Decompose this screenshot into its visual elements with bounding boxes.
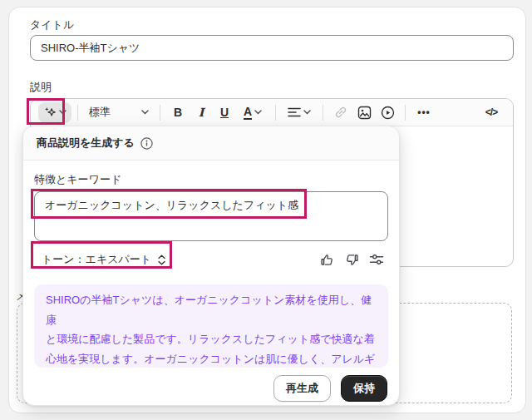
chevron-down-icon (59, 110, 66, 115)
toolbar-divider (160, 105, 160, 121)
chevron-down-icon (254, 110, 262, 115)
tune-sliders-icon (368, 251, 385, 268)
chevron-down-icon (303, 110, 311, 115)
generated-description-text: SHIROの半袖Tシャツは、オーガニックコットン素材を使用し、健康 と環境に配慮… (34, 284, 388, 368)
title-input[interactable] (30, 35, 514, 61)
insert-video-button[interactable] (376, 102, 399, 123)
paragraph-style-select[interactable]: 標準 (84, 102, 154, 123)
chevron-down-icon (141, 110, 149, 115)
keywords-value: オーガニックコットン、リラックスしたフィット感 (45, 199, 298, 211)
thumbs-up-icon (319, 252, 335, 268)
insert-image-button[interactable] (352, 102, 376, 123)
toolbar-divider (275, 105, 276, 121)
thumbs-down-icon (344, 252, 360, 268)
thumbs-up-button[interactable] (317, 250, 337, 269)
underline-button[interactable]: U (213, 102, 236, 123)
keywords-field-label: 特徴とキーワード (34, 172, 388, 187)
regenerate-button[interactable]: 再生成 (273, 375, 331, 402)
select-chevrons-icon (157, 254, 166, 265)
tone-row: トーン：エキスパート (34, 246, 388, 273)
paragraph-style-value: 標準 (89, 105, 111, 120)
tone-select[interactable]: トーン：エキスパート (34, 246, 174, 273)
text-align-icon (288, 107, 301, 117)
title-field-label: タイトル (30, 17, 74, 32)
bold-button[interactable]: B (166, 102, 190, 123)
toolbar-divider (405, 105, 406, 121)
popover-footer: 再生成 保持 (34, 375, 388, 402)
keep-button[interactable]: 保持 (341, 375, 387, 402)
product-edit-page: タイトル 説明 標準 (0, 0, 532, 420)
keywords-input[interactable]: オーガニックコットン、リラックスしたフィット感 (34, 191, 388, 241)
toolbar-divider (323, 105, 323, 121)
popover-header: 商品説明を生成する (23, 126, 399, 161)
settings-button[interactable] (367, 250, 387, 269)
play-circle-icon (381, 106, 395, 120)
description-field-label: 説明 (30, 80, 52, 95)
ai-generate-button[interactable] (38, 102, 71, 123)
popover-body: 特徴とキーワード オーガニックコットン、リラックスしたフィット感 トーン：エキス… (23, 161, 399, 402)
show-html-button[interactable]: </> (477, 102, 505, 123)
link-icon (333, 105, 348, 120)
alignment-button[interactable] (282, 102, 317, 123)
editor-toolbar: 標準 B I U A (31, 99, 513, 126)
more-options-button[interactable]: ••• (411, 102, 436, 123)
image-icon (357, 106, 372, 120)
insert-link-button[interactable] (329, 102, 352, 123)
text-color-glyph: A (244, 106, 252, 120)
feedback-actions (317, 250, 388, 269)
popover-title: 商品説明を生成する (37, 136, 135, 151)
magic-sparkle-icon (44, 106, 57, 119)
thumbs-down-button[interactable] (342, 250, 362, 269)
text-color-button[interactable]: A (236, 102, 269, 123)
underline-glyph: U (220, 106, 229, 119)
toolbar-divider (77, 105, 78, 121)
tone-value: トーン：エキスパート (42, 252, 151, 267)
info-circle-icon[interactable] (140, 137, 153, 150)
italic-button[interactable]: I (190, 102, 213, 123)
ai-description-popover: 商品説明を生成する 特徴とキーワード オーガニックコットン、リラックスしたフィッ… (22, 126, 400, 406)
